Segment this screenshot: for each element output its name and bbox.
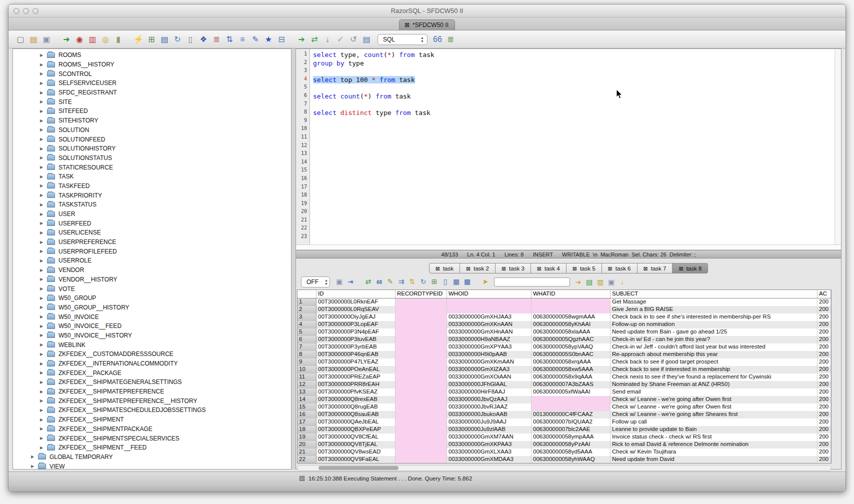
primary-key-icon[interactable]: ➤ — [480, 276, 490, 286]
table-tools-icon[interactable]: ⊟ — [276, 34, 288, 45]
tree-item-selfserviceuser[interactable]: ▶SELFSERVICEUSER — [13, 78, 291, 88]
tree-item-solutionfeed[interactable]: ▶SOLUTIONFEED — [13, 134, 291, 144]
save-results-icon[interactable]: ▣ — [334, 276, 344, 286]
disclosure-triangle-icon[interactable]: ▶ — [39, 212, 44, 216]
tree-item-zkfedex-customaddresssource[interactable]: ▶ZKFEDEX__CUSTOMADDRESSSOURCE — [13, 350, 291, 359]
disclosure-triangle-icon[interactable]: ▶ — [39, 380, 44, 384]
filter-results-icon[interactable]: ⇥ — [345, 276, 356, 286]
disclosure-triangle-icon[interactable]: ▶ — [39, 193, 44, 198]
tree-item-w50-invoice-feed[interactable]: ▶W50_INVOICE__FEED — [13, 322, 291, 331]
tree-item-taskfeed[interactable]: ▶TASKFEED — [13, 182, 291, 191]
form-view-icon[interactable]: ⊞ — [429, 276, 440, 286]
disclosure-triangle-icon[interactable]: ▶ — [39, 230, 44, 235]
new-file-icon[interactable]: ▢ — [14, 34, 26, 45]
tree-item-site[interactable]: ▶SITE — [13, 97, 291, 106]
table-row[interactable]: 100T3000000L0RknEAFGet Massage200 — [298, 298, 831, 306]
undo-icon[interactable]: ↺ — [348, 34, 360, 45]
next-result-set-icon[interactable]: ➔ — [573, 277, 584, 287]
tree-item-view[interactable]: ▶VIEW — [13, 462, 291, 470]
tree-item-sitefeed[interactable]: ▶SITEFEED — [13, 106, 291, 116]
table-row[interactable]: 1200T3000000PRR8rEAH0033000000JFhGlAAL00… — [298, 381, 831, 388]
tree-item-zkfedex-shipmatepreference-history[interactable]: ▶ZKFEDEX__SHIPMATEPREFERENCE__HISTORY — [13, 396, 291, 406]
panel-splitter[interactable] — [292, 48, 296, 470]
table-row[interactable]: 2000T3000000QV8TjEAL0033000000GmXKPAA300… — [298, 441, 831, 448]
disclosure-triangle-icon[interactable]: ▶ — [39, 352, 44, 356]
result-tab-task-8[interactable]: ⊠task 8 — [672, 263, 708, 274]
disclosure-triangle-icon[interactable]: ▶ — [39, 184, 44, 188]
column-header-ID[interactable]: ID — [316, 290, 396, 298]
edit-row-icon[interactable]: ✎ — [385, 276, 396, 286]
table-row[interactable]: 300T3000000OiyJgEAJ0033000000GmXHJAA3006… — [298, 314, 831, 321]
table-row[interactable]: 200T3000000L0RqSEAVGive Jenn a BIG RAISE… — [298, 306, 831, 314]
help-book-icon[interactable]: ❖ — [198, 34, 210, 45]
disclosure-triangle-icon[interactable]: ▶ — [30, 454, 35, 459]
column-header-WHOID[interactable]: WHOID — [447, 290, 532, 298]
tree-item-zkfedex-shipmategeneralsettings[interactable]: ▶ZKFEDEX__SHIPMATEGENERALSETTINGS — [13, 378, 291, 387]
sql-code-area[interactable]: select type, count(*) from taskgroup by … — [310, 49, 834, 244]
tree-item-zkfedex-shipmentpackage[interactable]: ▶ZKFEDEX__SHIPMENTPACKAGE — [13, 424, 291, 434]
results-horizontal-scrollbar[interactable] — [297, 465, 832, 471]
tree-item-userpreference[interactable]: ▶USERPREFERENCE — [13, 238, 291, 247]
disclosure-triangle-icon[interactable]: ▶ — [39, 240, 44, 244]
generate-script-icon[interactable]: ▥ — [595, 277, 606, 287]
disclosure-triangle-icon[interactable]: ▶ — [39, 342, 44, 347]
disclosure-triangle-icon[interactable]: ▶ — [39, 100, 44, 104]
rollback-icon[interactable]: ◎ — [100, 34, 112, 45]
execute-sql-icon[interactable]: ⚡ — [132, 34, 144, 45]
statement-type-dropdown[interactable]: SQL ▲▼ — [378, 34, 428, 45]
table-row[interactable]: 1700T3000000QAeJbEAL0033000000Ju9J9AAJ00… — [298, 418, 831, 426]
sort-rows-icon[interactable]: ⇅ — [407, 276, 418, 286]
tree-item-vendor-history[interactable]: ▶VENDOR__HISTORY — [13, 275, 291, 284]
tree-item-zkfedex-shipmentspecialservices[interactable]: ▶ZKFEDEX__SHIPMENTSPECIALSERVICES — [13, 434, 291, 443]
view-row-icon[interactable]: 66 — [374, 278, 384, 288]
result-tab-task-5[interactable]: ⊠task 5 — [566, 263, 602, 274]
table-row[interactable]: 1300T3000000PfvKSEAZ0033000000HirF8AAJ00… — [298, 388, 831, 396]
insert-row-icon[interactable]: ⇉ — [396, 276, 406, 286]
tree-item-global temporary[interactable]: ▶GLOBAL TEMPORARY — [13, 452, 291, 462]
disclosure-triangle-icon[interactable]: ▶ — [39, 258, 44, 263]
disclosure-triangle-icon[interactable]: ▶ — [39, 137, 44, 142]
editor-horizontal-scrollbar[interactable] — [296, 244, 841, 250]
fetch-icon[interactable]: ↓ — [322, 34, 334, 45]
results-search-input[interactable] — [494, 278, 570, 286]
disclosure-triangle-icon[interactable]: ▶ — [39, 314, 44, 319]
column-header-SUBJECT[interactable]: SUBJECT — [610, 290, 818, 298]
tree-item-staticresource[interactable]: ▶STATICRESOURCE — [13, 162, 291, 172]
query-builder-icon[interactable]: ▤ — [158, 34, 170, 45]
disclosure-triangle-icon[interactable]: ▶ — [39, 333, 44, 338]
tree-item-vendor[interactable]: ▶VENDOR — [13, 266, 291, 275]
tree-item-rooms-history[interactable]: ▶ROOMS__HISTORY — [13, 60, 291, 70]
check-syntax-icon[interactable]: ✓ — [334, 34, 346, 45]
result-tab-task-7[interactable]: ⊠task 7 — [638, 263, 673, 274]
column-header-rownum[interactable] — [298, 290, 316, 298]
results-table[interactable]: IDRECORDTYPEIDWHOIDWHATIDSUBJECTAC100T30… — [297, 290, 832, 464]
close-tab-icon[interactable]: ⊠ — [678, 266, 683, 272]
go-icon[interactable]: ➔ — [296, 34, 308, 45]
disclosure-triangle-icon[interactable]: ▶ — [39, 156, 44, 160]
table-row[interactable]: 1500T3000000Q8rugEAB0033000000JbvRJAAZCh… — [298, 404, 831, 411]
close-tab-icon[interactable]: ⊠ — [644, 266, 648, 272]
tree-item-solutionstatus[interactable]: ▶SOLUTIONSTATUS — [13, 154, 291, 163]
disclosure-triangle-icon[interactable]: ▶ — [39, 109, 44, 114]
tree-item-userfeed[interactable]: ▶USERFEED — [13, 218, 291, 228]
table-row[interactable]: 600T3000000P3tuvEAB0033000000H9aNBAAZ006… — [298, 336, 831, 344]
table-row[interactable]: 900T3000000P47LYEAZ0033000000GmXKmAAN006… — [298, 358, 831, 366]
filter-sort-icon[interactable]: ⇅ — [224, 34, 236, 45]
object-list-icon[interactable]: ≣ — [444, 34, 456, 45]
tree-item-rooms[interactable]: ▶ROOMS — [13, 50, 291, 60]
format-sql-icon[interactable]: ✎ — [250, 34, 262, 45]
autocommit-dropdown[interactable]: OFF ▲▼ — [301, 276, 330, 288]
disclosure-triangle-icon[interactable]: ▶ — [39, 370, 44, 375]
tree-item-solutionhistory[interactable]: ▶SOLUTIONHISTORY — [13, 144, 291, 154]
disclosure-triangle-icon[interactable]: ▶ — [39, 286, 44, 291]
disclosure-triangle-icon[interactable]: ▶ — [39, 390, 44, 394]
disclosure-triangle-icon[interactable]: ▶ — [39, 305, 44, 310]
tree-item-sitehistory[interactable]: ▶SITEHISTORY — [13, 116, 291, 126]
tree-item-zkfedex-shipment-feed[interactable]: ▶ZKFEDEX__SHIPMENT__FEED — [13, 443, 291, 452]
disclosure-triangle-icon[interactable]: ▶ — [39, 81, 44, 86]
disclosure-triangle-icon[interactable]: ▶ — [39, 146, 44, 151]
edit-table-data-icon[interactable]: ⊞ — [146, 34, 158, 45]
tree-item-sfdc-registrant[interactable]: ▶SFDC_REGISTRANT — [13, 88, 291, 98]
describe-table-icon[interactable]: ▯ — [184, 34, 196, 45]
column-header-RECORDTYPEID[interactable]: RECORDTYPEID — [396, 290, 447, 298]
